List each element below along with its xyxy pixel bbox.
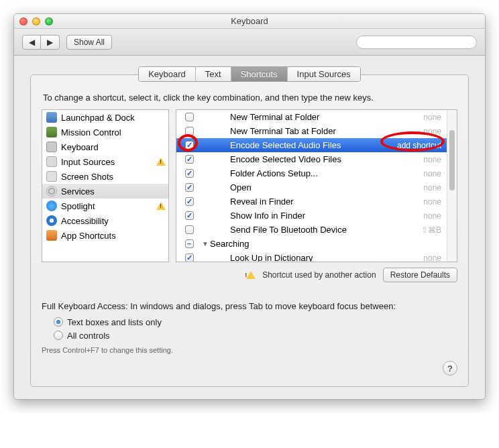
disclosure-icon: ▼ [202,240,210,247]
window-title: Keyboard [14,16,485,26]
checkbox[interactable] [185,239,194,248]
service-label: Open [230,182,423,192]
forward-button[interactable]: ▶ [41,35,60,50]
category-list[interactable]: Launchpad & DockMission ControlKeyboardI… [42,109,169,262]
checkbox[interactable] [185,141,194,150]
tab-keyboard[interactable]: Keyboard [139,67,196,81]
sidebar-item-screen-shots[interactable]: Screen Shots [42,169,168,184]
service-row[interactable]: ▼Searching [176,237,447,251]
sidebar-item-label: Input Sources [61,157,115,167]
service-row[interactable]: Show Info in Findernone [176,209,447,223]
keyboard-access: Full Keyboard Access: In windows and dia… [42,301,457,354]
warning-icon [156,202,166,210]
checkbox[interactable] [185,183,194,192]
service-row[interactable]: Encode Selected Audio Filesadd shortcut [176,138,447,152]
content: KeyboardTextShortcutsInput Sources To ch… [14,56,485,399]
sidebar-item-app-shortcuts[interactable]: App Shortcuts [42,228,168,243]
service-row[interactable]: Look Up in Dictionarynone [176,251,447,262]
shortcut-text[interactable]: none [423,183,441,192]
sidebar-item-label: Screen Shots [61,172,113,182]
radio-group: Text boxes and lists only All controls [54,315,457,342]
minimize-icon[interactable] [32,17,40,25]
traffic-lights [14,17,53,25]
checkbox[interactable] [185,169,194,178]
shortcut-text[interactable]: none [423,113,441,122]
access-icon [46,215,57,226]
checkbox[interactable] [185,113,194,121]
sidebar-item-input-sources[interactable]: Input Sources [42,154,168,169]
search-input[interactable] [356,36,477,49]
restore-defaults-button[interactable]: Restore Defaults [383,268,457,282]
radio-icon [54,331,63,340]
split: Launchpad & DockMission ControlKeyboardI… [42,109,457,262]
service-row[interactable]: Opennone [176,180,447,194]
below-list: Shortcut used by another action Restore … [42,268,457,282]
radio-label: All controls [67,331,110,341]
sidebar-item-label: Mission Control [61,127,121,137]
service-row[interactable]: Send File To Bluetooth Device⇧⌘B [176,223,447,237]
kbd-access-title: Full Keyboard Access: In windows and dia… [42,301,457,311]
checkbox[interactable] [185,211,194,220]
sidebar-item-label: Keyboard [61,142,99,152]
checkbox[interactable] [185,155,194,164]
radio-all-controls[interactable]: All controls [54,329,457,342]
sidebar-item-accessibility[interactable]: Accessibility [42,213,168,228]
warning-icon [156,158,166,166]
shortcut-text[interactable]: ⇧⌘B [421,225,441,235]
tab-shortcuts[interactable]: Shortcuts [231,67,288,81]
sidebar-item-mission-control[interactable]: Mission Control [42,125,168,139]
preferences-window: Keyboard ◀ ▶ Show All KeyboardTextShortc… [13,13,486,400]
service-label: New Terminal at Folder [230,112,423,122]
checkbox[interactable] [185,127,194,135]
instruction-text: To change a shortcut, select it, click t… [43,93,457,103]
sidebar-item-keyboard[interactable]: Keyboard [42,139,168,154]
shortcut-text[interactable]: none [423,197,441,207]
sidebar-item-spotlight[interactable]: Spotlight [42,199,168,213]
show-all-button[interactable]: Show All [66,35,112,50]
back-button[interactable]: ◀ [22,35,41,50]
kbd-access-hint: Press Control+F7 to change this setting. [42,346,457,354]
service-list[interactable]: New Terminal at FoldernoneNew Terminal T… [176,109,457,262]
zoom-icon[interactable] [45,17,53,25]
sidebar-item-launchpad-dock[interactable]: Launchpad & Dock [42,110,168,125]
service-row[interactable]: New Terminal at Foldernone [176,110,447,124]
shortcut-text[interactable]: none [423,169,441,178]
radio-icon [54,317,63,327]
service-label: New Terminal Tab at Folder [230,126,423,136]
service-label: Reveal in Finder [230,197,423,207]
radio-text-boxes[interactable]: Text boxes and lists only [54,315,457,329]
input-icon [46,156,57,167]
screen-icon [46,171,57,182]
service-label: Searching [210,239,441,249]
search-wrap [356,36,477,49]
tab-text[interactable]: Text [196,67,231,81]
service-row[interactable]: New Terminal Tab at Foldernone [176,124,447,138]
scrollbar[interactable] [447,110,457,262]
shortcut-text[interactable]: none [423,254,441,262]
scroll-thumb[interactable] [449,130,455,190]
help-button[interactable]: ? [443,361,457,376]
conflict-note: Shortcut used by another action [262,270,376,280]
panel: To change a shortcut, select it, click t… [30,74,469,387]
sidebar-item-label: Services [61,186,95,197]
mission-icon [46,127,57,137]
shortcut-text[interactable]: add shortcut [397,141,441,150]
checkbox[interactable] [185,225,194,234]
checkbox[interactable] [185,254,194,262]
service-row[interactable]: Folder Actions Setup...none [176,166,447,180]
warning-icon [246,271,256,279]
service-label: Encode Selected Audio Files [230,140,397,150]
shortcut-text[interactable]: none [423,211,441,221]
shortcut-text[interactable]: none [423,155,441,164]
launchpad-icon [46,112,57,123]
sidebar-item-services[interactable]: Services [42,184,168,199]
shortcut-text[interactable]: none [423,127,441,136]
tab-input-sources[interactable]: Input Sources [288,67,360,81]
service-label: Encode Selected Video Files [230,154,423,164]
close-icon[interactable] [19,17,27,25]
service-row[interactable]: Reveal in Findernone [176,194,447,209]
service-row[interactable]: Encode Selected Video Filesnone [176,152,447,166]
sidebar-item-label: App Shortcuts [61,231,116,241]
service-label: Folder Actions Setup... [230,168,423,178]
checkbox[interactable] [185,197,194,206]
